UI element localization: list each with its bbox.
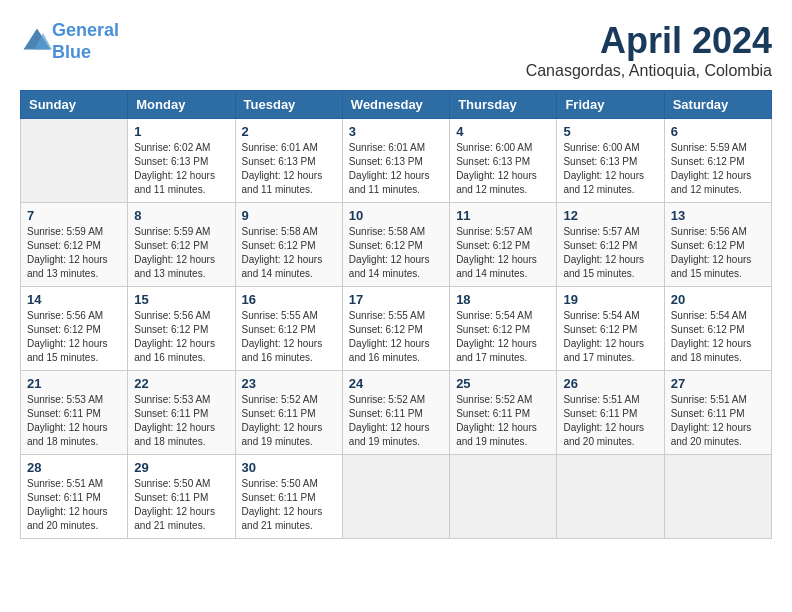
day-number: 1	[134, 124, 228, 139]
calendar-cell: 17Sunrise: 5:55 AMSunset: 6:12 PMDayligh…	[342, 287, 449, 371]
day-number: 12	[563, 208, 657, 223]
calendar-cell: 29Sunrise: 5:50 AMSunset: 6:11 PMDayligh…	[128, 455, 235, 539]
weekday-header-wednesday: Wednesday	[342, 91, 449, 119]
calendar-cell: 26Sunrise: 5:51 AMSunset: 6:11 PMDayligh…	[557, 371, 664, 455]
calendar-cell: 7Sunrise: 5:59 AMSunset: 6:12 PMDaylight…	[21, 203, 128, 287]
calendar-cell	[450, 455, 557, 539]
day-info: Sunrise: 6:01 AMSunset: 6:13 PMDaylight:…	[349, 141, 443, 197]
calendar-cell: 13Sunrise: 5:56 AMSunset: 6:12 PMDayligh…	[664, 203, 771, 287]
calendar-cell: 22Sunrise: 5:53 AMSunset: 6:11 PMDayligh…	[128, 371, 235, 455]
day-number: 8	[134, 208, 228, 223]
page-header: General Blue April 2024 Canasgordas, Ant…	[20, 20, 772, 80]
day-info: Sunrise: 6:00 AMSunset: 6:13 PMDaylight:…	[563, 141, 657, 197]
calendar-cell	[557, 455, 664, 539]
day-info: Sunrise: 5:54 AMSunset: 6:12 PMDaylight:…	[563, 309, 657, 365]
day-number: 11	[456, 208, 550, 223]
weekday-header-saturday: Saturday	[664, 91, 771, 119]
day-number: 27	[671, 376, 765, 391]
calendar-cell: 16Sunrise: 5:55 AMSunset: 6:12 PMDayligh…	[235, 287, 342, 371]
day-info: Sunrise: 5:58 AMSunset: 6:12 PMDaylight:…	[242, 225, 336, 281]
calendar-cell: 18Sunrise: 5:54 AMSunset: 6:12 PMDayligh…	[450, 287, 557, 371]
weekday-header-thursday: Thursday	[450, 91, 557, 119]
logo-line2: Blue	[52, 42, 91, 62]
day-number: 14	[27, 292, 121, 307]
day-number: 9	[242, 208, 336, 223]
day-info: Sunrise: 5:59 AMSunset: 6:12 PMDaylight:…	[134, 225, 228, 281]
day-number: 16	[242, 292, 336, 307]
day-info: Sunrise: 5:54 AMSunset: 6:12 PMDaylight:…	[456, 309, 550, 365]
day-info: Sunrise: 5:55 AMSunset: 6:12 PMDaylight:…	[349, 309, 443, 365]
calendar-cell: 12Sunrise: 5:57 AMSunset: 6:12 PMDayligh…	[557, 203, 664, 287]
day-number: 20	[671, 292, 765, 307]
week-row-4: 21Sunrise: 5:53 AMSunset: 6:11 PMDayligh…	[21, 371, 772, 455]
day-info: Sunrise: 5:57 AMSunset: 6:12 PMDaylight:…	[563, 225, 657, 281]
calendar-cell: 6Sunrise: 5:59 AMSunset: 6:12 PMDaylight…	[664, 119, 771, 203]
day-number: 2	[242, 124, 336, 139]
day-info: Sunrise: 5:55 AMSunset: 6:12 PMDaylight:…	[242, 309, 336, 365]
day-number: 28	[27, 460, 121, 475]
calendar-cell: 2Sunrise: 6:01 AMSunset: 6:13 PMDaylight…	[235, 119, 342, 203]
logo: General Blue	[20, 20, 119, 63]
calendar-cell: 11Sunrise: 5:57 AMSunset: 6:12 PMDayligh…	[450, 203, 557, 287]
day-info: Sunrise: 5:52 AMSunset: 6:11 PMDaylight:…	[349, 393, 443, 449]
calendar-cell: 8Sunrise: 5:59 AMSunset: 6:12 PMDaylight…	[128, 203, 235, 287]
calendar-cell: 4Sunrise: 6:00 AMSunset: 6:13 PMDaylight…	[450, 119, 557, 203]
day-number: 18	[456, 292, 550, 307]
day-info: Sunrise: 6:01 AMSunset: 6:13 PMDaylight:…	[242, 141, 336, 197]
calendar-cell	[21, 119, 128, 203]
calendar-table: SundayMondayTuesdayWednesdayThursdayFrid…	[20, 90, 772, 539]
week-row-2: 7Sunrise: 5:59 AMSunset: 6:12 PMDaylight…	[21, 203, 772, 287]
day-info: Sunrise: 5:51 AMSunset: 6:11 PMDaylight:…	[563, 393, 657, 449]
calendar-cell	[342, 455, 449, 539]
calendar-cell: 28Sunrise: 5:51 AMSunset: 6:11 PMDayligh…	[21, 455, 128, 539]
calendar-cell: 30Sunrise: 5:50 AMSunset: 6:11 PMDayligh…	[235, 455, 342, 539]
calendar-cell: 5Sunrise: 6:00 AMSunset: 6:13 PMDaylight…	[557, 119, 664, 203]
calendar-cell: 24Sunrise: 5:52 AMSunset: 6:11 PMDayligh…	[342, 371, 449, 455]
day-number: 3	[349, 124, 443, 139]
calendar-cell: 3Sunrise: 6:01 AMSunset: 6:13 PMDaylight…	[342, 119, 449, 203]
day-number: 6	[671, 124, 765, 139]
day-info: Sunrise: 5:51 AMSunset: 6:11 PMDaylight:…	[27, 477, 121, 533]
day-info: Sunrise: 6:02 AMSunset: 6:13 PMDaylight:…	[134, 141, 228, 197]
day-info: Sunrise: 5:59 AMSunset: 6:12 PMDaylight:…	[27, 225, 121, 281]
day-info: Sunrise: 5:58 AMSunset: 6:12 PMDaylight:…	[349, 225, 443, 281]
day-number: 22	[134, 376, 228, 391]
day-number: 5	[563, 124, 657, 139]
weekday-header-monday: Monday	[128, 91, 235, 119]
day-info: Sunrise: 5:51 AMSunset: 6:11 PMDaylight:…	[671, 393, 765, 449]
day-number: 30	[242, 460, 336, 475]
calendar-cell: 19Sunrise: 5:54 AMSunset: 6:12 PMDayligh…	[557, 287, 664, 371]
week-row-5: 28Sunrise: 5:51 AMSunset: 6:11 PMDayligh…	[21, 455, 772, 539]
weekday-header-row: SundayMondayTuesdayWednesdayThursdayFrid…	[21, 91, 772, 119]
calendar-cell: 20Sunrise: 5:54 AMSunset: 6:12 PMDayligh…	[664, 287, 771, 371]
day-info: Sunrise: 5:56 AMSunset: 6:12 PMDaylight:…	[671, 225, 765, 281]
day-info: Sunrise: 5:59 AMSunset: 6:12 PMDaylight:…	[671, 141, 765, 197]
day-number: 25	[456, 376, 550, 391]
logo-icon	[22, 25, 52, 55]
logo-line1: General	[52, 20, 119, 40]
calendar-cell: 10Sunrise: 5:58 AMSunset: 6:12 PMDayligh…	[342, 203, 449, 287]
day-number: 13	[671, 208, 765, 223]
weekday-header-tuesday: Tuesday	[235, 91, 342, 119]
calendar-cell: 21Sunrise: 5:53 AMSunset: 6:11 PMDayligh…	[21, 371, 128, 455]
location-title: Canasgordas, Antioquia, Colombia	[526, 62, 772, 80]
calendar-cell: 1Sunrise: 6:02 AMSunset: 6:13 PMDaylight…	[128, 119, 235, 203]
day-number: 10	[349, 208, 443, 223]
day-info: Sunrise: 5:50 AMSunset: 6:11 PMDaylight:…	[134, 477, 228, 533]
day-info: Sunrise: 5:56 AMSunset: 6:12 PMDaylight:…	[27, 309, 121, 365]
logo-text: General Blue	[52, 20, 119, 63]
calendar-cell: 9Sunrise: 5:58 AMSunset: 6:12 PMDaylight…	[235, 203, 342, 287]
calendar-cell: 15Sunrise: 5:56 AMSunset: 6:12 PMDayligh…	[128, 287, 235, 371]
day-info: Sunrise: 5:53 AMSunset: 6:11 PMDaylight:…	[134, 393, 228, 449]
week-row-3: 14Sunrise: 5:56 AMSunset: 6:12 PMDayligh…	[21, 287, 772, 371]
day-info: Sunrise: 5:57 AMSunset: 6:12 PMDaylight:…	[456, 225, 550, 281]
day-number: 19	[563, 292, 657, 307]
day-number: 21	[27, 376, 121, 391]
day-info: Sunrise: 5:52 AMSunset: 6:11 PMDaylight:…	[242, 393, 336, 449]
day-info: Sunrise: 5:52 AMSunset: 6:11 PMDaylight:…	[456, 393, 550, 449]
day-number: 29	[134, 460, 228, 475]
day-number: 24	[349, 376, 443, 391]
weekday-header-friday: Friday	[557, 91, 664, 119]
calendar-cell: 27Sunrise: 5:51 AMSunset: 6:11 PMDayligh…	[664, 371, 771, 455]
title-block: April 2024 Canasgordas, Antioquia, Colom…	[526, 20, 772, 80]
